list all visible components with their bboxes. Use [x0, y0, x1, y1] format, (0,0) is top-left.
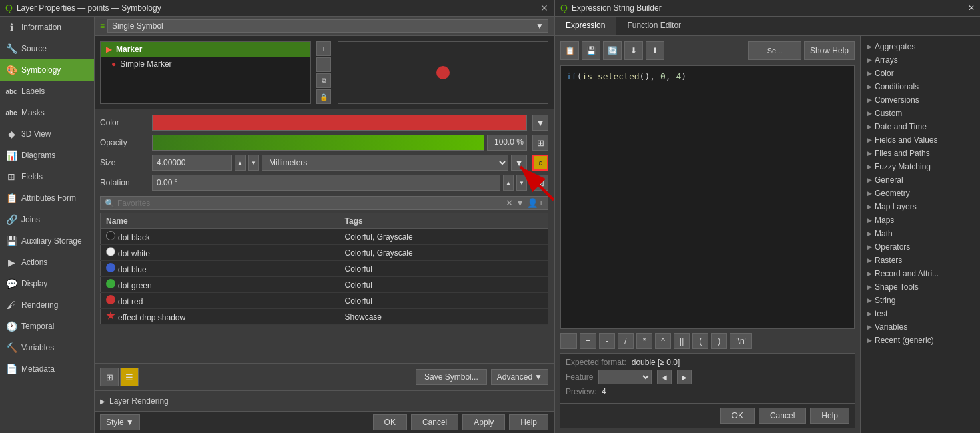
grid-view-btn[interactable]: ⊞ — [100, 368, 119, 386]
rotation-input[interactable] — [152, 175, 500, 191]
sidebar-item-source[interactable]: 🔧 Source — [0, 38, 94, 59]
sidebar-item-labels[interactable]: abc Labels — [0, 81, 94, 102]
sidebar-item-symbology[interactable]: 🎨 Symbology — [0, 59, 94, 81]
expr-cancel-btn[interactable]: Cancel — [759, 408, 806, 424]
table-row[interactable]: dot green Colorful — [101, 277, 548, 293]
size-down-btn[interactable]: ▼ — [248, 155, 259, 171]
func-category-aggregates[interactable]: ▶ Aggregates — [861, 40, 980, 53]
reload-expr-btn[interactable]: 🔄 — [603, 41, 622, 60]
size-unit-select[interactable]: Millimeters — [262, 155, 508, 171]
func-category-fuzzymatching[interactable]: ▶ Fuzzy Matching — [861, 160, 980, 173]
func-category-geometry[interactable]: ▶ Geometry — [861, 187, 980, 200]
import-expr-btn[interactable]: ⬇ — [624, 41, 643, 60]
func-category-arrays[interactable]: ▶ Arrays — [861, 53, 980, 67]
size-unit-dropdown-btn[interactable]: ▼ — [511, 155, 527, 171]
sidebar-item-temporal[interactable]: 🕐 Temporal — [0, 316, 94, 337]
ok-btn[interactable]: OK — [373, 414, 407, 430]
size-expr-btn[interactable]: ε — [532, 155, 548, 171]
color-picker[interactable] — [152, 115, 527, 131]
sidebar-item-3dview[interactable]: ◆ 3D View — [0, 123, 94, 145]
op-paren-close[interactable]: ) — [711, 333, 727, 349]
op-plus[interactable]: + — [580, 333, 596, 349]
sidebar-item-variables[interactable]: 🔨 Variables — [0, 337, 94, 358]
func-category-recent[interactable]: ▶ Recent (generic) — [861, 334, 980, 347]
export-expr-btn[interactable]: ⬆ — [646, 41, 664, 60]
func-category-variables[interactable]: ▶ Variables — [861, 320, 980, 334]
func-category-operators[interactable]: ▶ Operators — [861, 240, 980, 254]
opacity-expr-btn[interactable]: ⊞ — [532, 135, 548, 151]
rotation-expr-btn[interactable]: ⊞ — [532, 175, 548, 191]
func-category-filespaths[interactable]: ▶ Files and Paths — [861, 147, 980, 160]
sidebar-item-joins[interactable]: 🔗 Joins — [0, 209, 94, 230]
table-row[interactable]: dot black Colorful, Grayscale — [101, 229, 548, 245]
layer-rendering-header[interactable]: ▶ Layer Rendering — [100, 396, 548, 406]
op-multiply[interactable]: * — [636, 333, 652, 349]
sidebar-item-attributesform[interactable]: 📋 Attributes Form — [0, 187, 94, 209]
func-category-math[interactable]: ▶ Math — [861, 227, 980, 240]
symbol-type-dropdown[interactable]: Single Symbol ▼ — [107, 19, 548, 33]
list-view-btn[interactable]: ☰ — [120, 368, 139, 386]
style-btn[interactable]: Style ▼ — [100, 414, 140, 430]
expr-code-editor[interactable]: if(is_selected(), 0, 4) — [560, 65, 855, 328]
sidebar-item-diagrams[interactable]: 📊 Diagrams — [0, 145, 94, 166]
rotation-up-btn[interactable]: ▲ — [503, 175, 514, 191]
func-category-general[interactable]: ▶ General — [861, 173, 980, 187]
expr-close-icon[interactable]: ✕ — [968, 3, 975, 13]
table-row[interactable]: dot white Colorful, Grayscale — [101, 245, 548, 261]
sidebar-item-actions[interactable]: ▶ Actions — [0, 252, 94, 273]
add-layer-btn[interactable]: + — [316, 41, 331, 56]
func-category-maplayers[interactable]: ▶ Map Layers — [861, 200, 980, 213]
func-category-conversions[interactable]: ▶ Conversions — [861, 93, 980, 107]
op-caret[interactable]: ^ — [655, 333, 671, 349]
show-help-btn[interactable]: Show Help — [804, 41, 855, 60]
color-dropdown-btn[interactable]: ▼ — [532, 115, 548, 131]
func-category-string[interactable]: ▶ String — [861, 294, 980, 307]
simple-marker-item[interactable]: ● Simple Marker — [101, 57, 310, 71]
tab-function-editor[interactable]: Function Editor — [616, 17, 692, 35]
sidebar-item-fields[interactable]: ⊞ Fields — [0, 166, 94, 187]
rotation-down-btn[interactable]: ▼ — [516, 175, 527, 191]
table-row[interactable]: effect drop shadow Showcase — [101, 309, 548, 325]
apply-btn[interactable]: Apply — [462, 414, 505, 430]
func-category-color[interactable]: ▶ Color — [861, 67, 980, 80]
func-category-recordattri[interactable]: ▶ Record and Attri... — [861, 267, 980, 280]
lock-layer-btn[interactable]: 🔒 — [316, 89, 331, 104]
feature-prev-btn[interactable]: ◀ — [657, 370, 672, 384]
op-divide[interactable]: / — [618, 333, 634, 349]
op-or[interactable]: || — [674, 333, 690, 349]
add-group-btn[interactable]: 👤+ — [527, 198, 544, 208]
op-eq[interactable]: = — [560, 333, 577, 349]
func-category-conditionals[interactable]: ▶ Conditionals — [861, 80, 980, 93]
remove-layer-btn[interactable]: − — [316, 57, 331, 72]
func-category-rasters[interactable]: ▶ Rasters — [861, 254, 980, 267]
feature-next-btn[interactable]: ▶ — [677, 370, 692, 384]
clear-expr-btn[interactable]: 📋 — [560, 41, 579, 60]
tab-expression[interactable]: Expression — [555, 17, 616, 35]
clear-search-btn[interactable]: ✕ — [506, 198, 513, 208]
search-expr-btn[interactable]: Se... — [748, 41, 801, 60]
func-category-test[interactable]: ▶ test — [861, 307, 980, 320]
sidebar-item-display[interactable]: 💬 Display — [0, 273, 94, 294]
expr-ok-btn[interactable]: OK — [720, 408, 755, 424]
sidebar-item-masks[interactable]: abc Masks — [0, 102, 94, 123]
op-newline[interactable]: '\n' — [730, 333, 752, 349]
opacity-slider[interactable] — [152, 135, 484, 151]
save-symbol-btn[interactable]: Save Symbol... — [416, 369, 487, 385]
expr-help-btn[interactable]: Help — [810, 408, 849, 424]
sidebar-item-auxiliarystorage[interactable]: 💾 Auxiliary Storage — [0, 230, 94, 252]
size-input[interactable] — [152, 155, 232, 171]
func-category-fieldsvalues[interactable]: ▶ Fields and Values — [861, 133, 980, 147]
advanced-btn[interactable]: Advanced ▼ — [491, 369, 548, 385]
duplicate-layer-btn[interactable]: ⧉ — [316, 73, 331, 88]
func-category-custom[interactable]: ▶ Custom — [861, 107, 980, 120]
search-dropdown-btn[interactable]: ▼ — [516, 198, 524, 208]
table-row[interactable]: dot blue Colorful — [101, 261, 548, 277]
save-expr-btn[interactable]: 💾 — [582, 41, 600, 60]
func-category-maps[interactable]: ▶ Maps — [861, 213, 980, 227]
func-category-shapetools[interactable]: ▶ Shape Tools — [861, 280, 980, 294]
table-row[interactable]: dot red Colorful — [101, 293, 548, 309]
help-btn[interactable]: Help — [509, 414, 548, 430]
cancel-btn[interactable]: Cancel — [411, 414, 458, 430]
feature-select[interactable] — [598, 370, 652, 384]
sidebar-item-information[interactable]: ℹ Information — [0, 17, 94, 38]
